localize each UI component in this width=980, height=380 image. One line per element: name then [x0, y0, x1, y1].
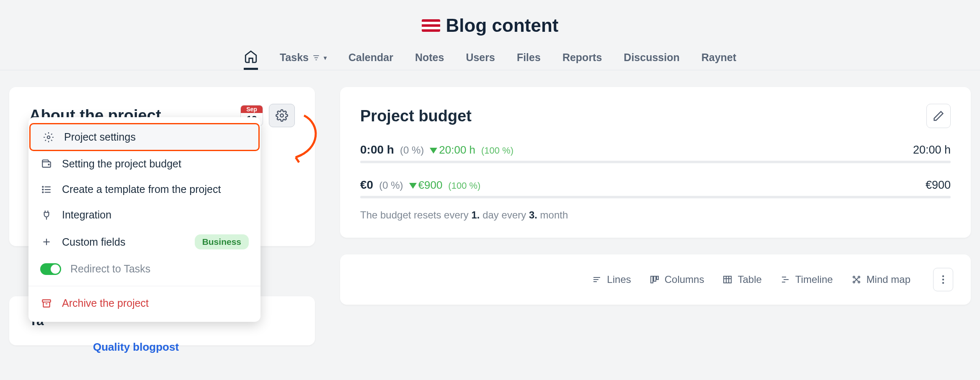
gear-icon	[42, 132, 55, 143]
time-progress-bar	[360, 161, 951, 163]
main-nav: Tasks ▾ Calendar Notes Users Files Repor…	[0, 45, 980, 70]
svg-point-35	[942, 275, 944, 277]
tab-discussion[interactable]: Discussion	[624, 45, 679, 70]
money-progress-bar	[360, 196, 951, 198]
triangle-down-icon	[430, 148, 437, 154]
time-used-pct: (0 %)	[400, 144, 424, 156]
svg-point-11	[42, 192, 43, 193]
svg-point-36	[942, 279, 944, 280]
money-remaining: €900	[418, 179, 443, 191]
tab-tasks[interactable]: Tasks ▾	[280, 45, 327, 70]
svg-rect-20	[654, 276, 656, 281]
time-remaining-pct: (100 %)	[481, 145, 513, 156]
tab-calendar[interactable]: Calendar	[348, 45, 393, 70]
svg-point-37	[942, 282, 944, 284]
svg-rect-22	[724, 276, 731, 283]
budget-reset-note: The budget resets every 1. day every 3. …	[360, 209, 951, 221]
budget-card: Project budget 0:00 h (0 %) 20:00 h (100…	[340, 87, 971, 238]
menu-label: Setting the project budget	[62, 158, 181, 170]
time-total: 20:00 h	[913, 144, 951, 157]
plug-icon	[40, 210, 53, 221]
svg-point-5	[48, 164, 49, 165]
view-columns[interactable]: Columns	[650, 274, 704, 285]
about-card: About the project Sep 12 You The A	[9, 87, 315, 246]
edit-budget-button[interactable]	[926, 104, 951, 128]
plus-icon	[40, 236, 53, 247]
menu-label: Project settings	[64, 131, 136, 143]
chevron-down-icon: ▾	[324, 54, 327, 61]
svg-point-9	[42, 186, 43, 187]
menu-redirect-tasks[interactable]: Redirect to Tasks	[28, 256, 260, 282]
money-remaining-pct: (100 %)	[448, 180, 480, 191]
budget-money-line: €0 (0 %) €900 (100 %) €900	[360, 178, 951, 198]
menu-label: Integration	[62, 209, 111, 221]
tab-files[interactable]: Files	[517, 45, 541, 70]
menu-integration[interactable]: Integration	[28, 202, 260, 228]
svg-rect-19	[651, 276, 653, 283]
menu-label: Create a template from the project	[62, 183, 221, 195]
view-timeline[interactable]: Timeline	[780, 274, 833, 285]
page-header: Blog content	[0, 0, 980, 45]
menu-label: Archive the project	[62, 297, 149, 309]
svg-point-31	[853, 281, 855, 283]
money-total: €900	[926, 179, 951, 192]
view-label: Lines	[607, 274, 631, 285]
archive-icon	[40, 298, 53, 309]
money-used-pct: (0 %)	[379, 180, 403, 191]
timeline-icon	[780, 275, 790, 285]
project-title: Blog content	[446, 15, 559, 36]
view-label: Table	[738, 274, 761, 285]
svg-point-32	[858, 281, 860, 283]
table-icon	[722, 275, 732, 285]
svg-point-29	[853, 276, 855, 278]
tab-users[interactable]: Users	[466, 45, 495, 70]
more-vertical-icon	[942, 275, 944, 285]
view-label: Timeline	[795, 274, 833, 285]
pencil-icon	[933, 110, 944, 122]
svg-point-10	[42, 189, 43, 190]
budget-time-line: 0:00 h (0 %) 20:00 h (100 %) 20:00 h	[360, 143, 951, 163]
list-icon	[40, 184, 53, 195]
more-button[interactable]	[933, 268, 953, 291]
menu-custom-fields[interactable]: Custom fields Business	[28, 228, 260, 256]
divider	[28, 286, 260, 286]
columns-icon	[650, 275, 660, 285]
time-used: 0:00 h	[360, 143, 394, 157]
svg-point-4	[47, 136, 50, 139]
date-month: Sep	[241, 105, 263, 113]
business-badge: Business	[195, 234, 249, 249]
menu-label: Redirect to Tasks	[70, 263, 150, 275]
view-label: Mind map	[867, 274, 910, 285]
menu-create-template[interactable]: Create a template from the project	[28, 177, 260, 202]
mindmap-icon	[851, 275, 861, 285]
uk-flag-icon	[422, 19, 440, 32]
svg-rect-21	[657, 276, 658, 280]
menu-project-budget[interactable]: Setting the project budget	[28, 151, 260, 177]
tab-label: Tasks	[280, 51, 309, 64]
menu-label: Custom fields	[62, 236, 125, 248]
menu-project-settings[interactable]: Project settings	[29, 123, 260, 151]
view-lines[interactable]: Lines	[592, 274, 631, 285]
tasks-view-card: Lines Columns Table Timeline Mind map	[340, 254, 971, 305]
tab-home[interactable]	[244, 45, 258, 70]
tab-notes[interactable]: Notes	[415, 45, 444, 70]
lines-icon	[592, 275, 602, 285]
menu-archive-project[interactable]: Archive the project	[28, 290, 260, 316]
view-switcher: Lines Columns Table Timeline Mind map	[592, 268, 953, 291]
svg-point-30	[858, 276, 860, 278]
task-link[interactable]: Quality blogpost	[93, 341, 179, 354]
filter-icon	[312, 54, 320, 62]
time-remaining: 20:00 h	[439, 144, 475, 156]
tab-raynet[interactable]: Raynet	[701, 45, 736, 70]
annotation-arrow-icon	[262, 111, 329, 166]
view-mindmap[interactable]: Mind map	[851, 274, 910, 285]
tab-reports[interactable]: Reports	[562, 45, 602, 70]
triangle-down-icon	[409, 183, 417, 189]
view-label: Columns	[665, 274, 704, 285]
svg-rect-14	[42, 300, 51, 302]
money-used: €0	[360, 178, 373, 192]
wallet-icon	[40, 159, 53, 169]
view-table[interactable]: Table	[722, 274, 761, 285]
settings-dropdown: Project settings Setting the project bud…	[28, 117, 260, 322]
toggle-on-icon[interactable]	[40, 263, 61, 275]
